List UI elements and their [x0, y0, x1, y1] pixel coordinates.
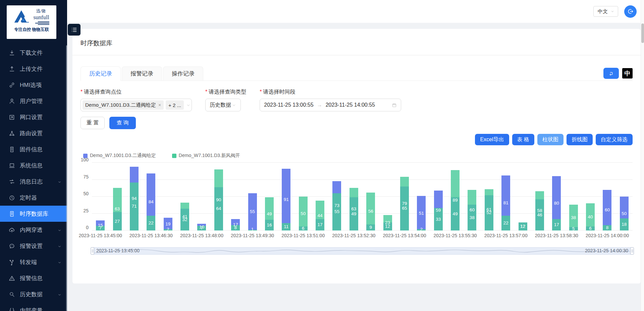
- sidebar-item-8[interactable]: 系统信息: [0, 157, 67, 173]
- bar-group-5[interactable]: 192: [160, 163, 176, 230]
- legend-item-2[interactable]: Demo_W7.1001.D3.新风阀开: [172, 153, 240, 159]
- bar-group-14[interactable]: 1744: [312, 163, 328, 230]
- bar-label-series1: 27: [115, 219, 120, 224]
- field-query-type: *请选择查询类型 历史数据: [205, 89, 246, 111]
- time-end-value[interactable]: 2023-11-25 14:00:55: [326, 102, 375, 108]
- datazoom-right-handle[interactable]: [630, 247, 634, 255]
- scrollbar-thumb[interactable]: [641, 23, 644, 43]
- sidebar-item-3[interactable]: HMI选项: [0, 77, 67, 93]
- sidebar-collapse-button[interactable]: [68, 24, 80, 36]
- sidebar-item-16[interactable]: 历史数据: [0, 286, 67, 302]
- bar-group-31[interactable]: 608: [599, 163, 615, 230]
- chinese-toggle-button[interactable]: 中: [622, 68, 633, 79]
- bar-group-30[interactable]: 640: [582, 163, 599, 230]
- view-button-1[interactable]: Excel导出: [475, 134, 509, 145]
- view-button-5[interactable]: 自定义筛选: [596, 134, 633, 145]
- sidebar-item-13[interactable]: 报警设置: [0, 238, 67, 254]
- bar-label-series2: 89: [453, 198, 458, 203]
- bar-group-6[interactable]: 3241: [176, 163, 193, 230]
- x-tick-label: 2023-11-25 13:46:30: [129, 233, 173, 238]
- page-scrollbar[interactable]: [641, 0, 644, 311]
- sidebar-item-17[interactable]: 内部变量: [0, 302, 67, 311]
- legend-item-1[interactable]: Demo_W7.1001.D3.二通阀给定: [83, 153, 156, 159]
- bar-group-32[interactable]: 5018: [616, 163, 633, 230]
- bar-group-20[interactable]: 512: [413, 163, 430, 230]
- tag-close-icon[interactable]: ×: [158, 102, 161, 108]
- time-range-picker[interactable]: 2023-11-25 13:00:55 → 2023-11-25 14:00:5…: [260, 99, 401, 111]
- y-tick-label: 50: [83, 191, 89, 196]
- bar-label-series2: 71: [131, 204, 137, 209]
- bar-group-21[interactable]: 5933: [430, 163, 447, 230]
- bar-group-12[interactable]: 9111: [278, 163, 294, 230]
- bar-group-29[interactable]: 538: [565, 163, 582, 230]
- bar-group-2[interactable]: 2763: [109, 163, 125, 230]
- type-select[interactable]: 历史数据: [205, 99, 241, 111]
- tab-tools: 中: [603, 68, 633, 81]
- tab-3[interactable]: 操作记录: [163, 66, 203, 81]
- sidebar-item-11[interactable]: 时序数据库: [0, 206, 67, 222]
- query-button[interactable]: 查 询: [109, 117, 136, 129]
- bar-label-series1: 16: [267, 223, 272, 227]
- chevron-down-icon: [57, 260, 62, 264]
- sidebar-item-5[interactable]: 网口设置: [0, 109, 67, 125]
- sidebar-item-6[interactable]: 路由设置: [0, 125, 67, 141]
- bar-group-16[interactable]: 4963: [345, 163, 362, 230]
- tab-1[interactable]: 历史记录: [80, 66, 121, 81]
- sidebar-item-1[interactable]: 下载文件: [0, 45, 67, 61]
- bar-group-3[interactable]: 9471: [126, 163, 143, 230]
- bar-label-series2: 2: [167, 227, 169, 232]
- history-icon: [9, 291, 15, 298]
- sidebar-item-15[interactable]: 报警信息: [0, 270, 67, 286]
- bar-group-9[interactable]: 178: [227, 163, 244, 230]
- refresh-back-button[interactable]: [603, 68, 619, 79]
- bar-group-1[interactable]: 157: [92, 163, 109, 230]
- more-points-tag[interactable]: + 2 ...: [166, 100, 184, 110]
- datazoom-slider[interactable]: 2023-11-25 13:45:00 2023-11-25 14:00:30: [92, 247, 633, 255]
- chevron-down-icon: [231, 103, 236, 108]
- bar-label-series1: 80: [554, 201, 559, 206]
- bar-group-24[interactable]: 5261: [481, 163, 497, 230]
- logout-button[interactable]: [624, 5, 637, 18]
- bar-label-series1: 38: [470, 215, 475, 220]
- view-button-2[interactable]: 表 格: [512, 134, 534, 145]
- bar-group-19[interactable]: 6579: [396, 163, 413, 230]
- sidebar-item-14[interactable]: 转发端: [0, 254, 67, 270]
- chevron-down-icon: [186, 103, 191, 108]
- bar-group-25[interactable]: 8122: [497, 163, 514, 230]
- bar-group-11[interactable]: 1649: [261, 163, 278, 230]
- bar-group-7[interactable]: 107: [193, 163, 210, 230]
- bar-label-series2: 79: [402, 201, 407, 206]
- sidebar-item-7[interactable]: 固件信息: [0, 141, 67, 157]
- bar-label-series2: 33: [436, 217, 441, 222]
- sidebar-item-4[interactable]: 用户管理: [0, 93, 67, 109]
- bar-group-10[interactable]: 551: [244, 163, 261, 230]
- tab-2[interactable]: 报警记录: [122, 66, 162, 81]
- bar-group-18[interactable]: 1223: [379, 163, 396, 230]
- time-start-value[interactable]: 2023-11-25 13:00:55: [264, 102, 313, 108]
- bar-group-26[interactable]: 1212: [514, 163, 531, 230]
- bar-group-15[interactable]: 7355: [328, 163, 345, 230]
- bar-group-28[interactable]: 8017: [548, 163, 565, 230]
- bar-group-4[interactable]: 8422: [143, 163, 159, 230]
- bar-group-13[interactable]: 650: [295, 163, 312, 230]
- bar-group-8[interactable]: 6490: [210, 163, 227, 230]
- view-button-4[interactable]: 折线图: [567, 134, 593, 145]
- bar-group-23[interactable]: 3860: [464, 163, 480, 230]
- bar-group-27[interactable]: 4658: [531, 163, 548, 230]
- nat-icon: [9, 227, 15, 233]
- language-select-value: 中文: [598, 8, 608, 15]
- sidebar-item-12[interactable]: 内网穿透: [0, 222, 67, 238]
- title-divider: [72, 55, 641, 55]
- language-select[interactable]: 中文: [593, 6, 618, 17]
- bar-group-22[interactable]: 4989: [447, 163, 464, 230]
- bar-group-17[interactable]: 956: [362, 163, 379, 230]
- view-button-3[interactable]: 柱状图: [537, 134, 564, 145]
- sidebar-item-9[interactable]: 消息日志: [0, 173, 67, 190]
- view-buttons: Excel导出表 格柱状图折线图自定义筛选: [80, 134, 633, 145]
- datazoom-left-handle[interactable]: [91, 247, 94, 255]
- sidebar-item-10[interactable]: 定时器: [0, 190, 67, 206]
- point-multiselect[interactable]: Demo_W7.1001.D3.二通阀给定 × + 2 ...: [80, 99, 192, 111]
- selected-point-tag[interactable]: Demo_W7.1001.D3.二通阀给定 ×: [83, 100, 164, 110]
- reset-button[interactable]: 重 置: [80, 117, 105, 129]
- sidebar-item-2[interactable]: 上传文件: [0, 61, 67, 77]
